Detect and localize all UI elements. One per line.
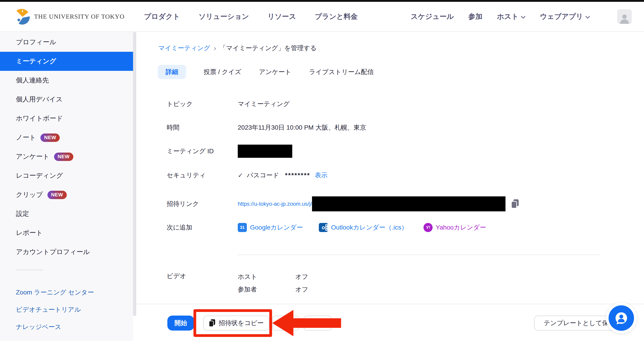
sidebar-item-clips[interactable]: クリップNEW [0, 185, 133, 204]
chevron-down-icon [586, 16, 590, 18]
sidebar-item-account-profile[interactable]: アカウントプロフィール [0, 242, 133, 262]
security-label: セキュリティ [167, 171, 238, 180]
sidebar-item-whiteboard[interactable]: ホワイトボード [0, 109, 133, 128]
video-label: ビデオ [167, 272, 238, 280]
tab-polls-quizzes[interactable]: 投票 / クイズ [204, 68, 241, 76]
support-chat-button[interactable] [608, 305, 634, 331]
invite-link-label: 招待リンク [167, 200, 238, 208]
video-host-value: オフ [295, 272, 308, 281]
sidebar-link-learning-center[interactable]: Zoom ラーニング センター [0, 284, 133, 301]
support-fab-ring [606, 303, 637, 334]
video-host-label: ホスト [238, 272, 295, 281]
video-row-participant: 参加者 オフ [238, 285, 308, 294]
field-row-add-to: 次に追加 31 Googleカレンダー o Outlookカレンダー（.ics）… [167, 223, 486, 232]
nav-link-solutions[interactable]: ソリューション [199, 12, 249, 21]
nav-link-webapp[interactable]: ウェブアプリ [540, 12, 590, 21]
copy-icon [209, 319, 216, 327]
window-top-strip [0, 0, 644, 2]
add-to-label: 次に追加 [167, 223, 238, 232]
passcode-label: パスコード [246, 171, 279, 180]
meeting-id-label: ミーティング ID [167, 147, 238, 156]
outlook-calendar-label: Outlookカレンダー（.ics） [331, 223, 408, 232]
new-badge: NEW [40, 134, 60, 142]
nav-right: スケジュール 参加 ホスト ウェブアプリ [411, 9, 632, 24]
field-row-invite-link: 招待リンク https://u-tokyo-ac-jp.zoom.us/j/ [167, 196, 519, 211]
tab-details[interactable]: 詳細 [158, 65, 186, 79]
google-calendar-label: Googleカレンダー [250, 223, 303, 232]
video-row-host: ホスト オフ [238, 272, 308, 282]
time-label: 時間 [167, 123, 238, 132]
topic-value: マイミーティング [238, 100, 290, 108]
sidebar-item-surveys[interactable]: アンケートNEW [0, 147, 133, 166]
sidebar-scrollbar[interactable] [133, 32, 136, 316]
tab-survey[interactable]: アンケート [259, 68, 291, 76]
nav-link-resources[interactable]: リソース [268, 12, 296, 21]
tabs: 詳細 投票 / クイズ アンケート ライブストリーム配信 [158, 65, 374, 79]
invite-url-redaction [312, 196, 506, 211]
invite-url-link[interactable]: https://u-tokyo-ac-jp.zoom.us/j/ [238, 201, 312, 207]
tab-live-streaming[interactable]: ライブストリーム配信 [309, 68, 374, 76]
nav-link-schedule[interactable]: スケジュール [411, 12, 454, 21]
video-participant-value: オフ [295, 285, 308, 294]
main-content: マイミーティング › 「マイミーティング」を管理する 詳細 投票 / クイズ ア… [136, 32, 644, 341]
sidebar-item-reports[interactable]: レポート [0, 224, 133, 242]
top-navbar: THE UNIVERSITY OF TOKYO プロダクト ソリューション リソ… [0, 2, 644, 32]
start-button[interactable]: 開始 [167, 316, 194, 330]
yahoo-calendar-label: Yahooカレンダー [436, 223, 486, 232]
field-row-topic: トピック マイミーティング [167, 99, 290, 109]
breadcrumb: マイミーティング › 「マイミーティング」を管理する [158, 44, 316, 52]
copy-invitation-button[interactable]: 招待状をコピー [203, 316, 269, 330]
sidebar-list: プロフィール ミーティング 個人連絡先 個人用デバイス ホワイトボード ノートN… [0, 32, 133, 262]
topic-label: トピック [167, 100, 238, 108]
google-calendar-icon: 31 [238, 223, 247, 232]
outlook-calendar-icon: o [319, 223, 328, 232]
sidebar: プロフィール ミーティング 個人連絡先 個人用デバイス ホワイトボード ノートN… [0, 32, 133, 341]
section-divider [237, 254, 600, 255]
nav-link-plans[interactable]: プランと料金 [315, 12, 358, 21]
sidebar-item-contacts[interactable]: 個人連絡先 [0, 71, 133, 90]
sidebar-footer: Zoom ラーニング センター ビデオチュートリアル ナレッジベース [0, 284, 133, 336]
sidebar-item-recordings[interactable]: レコーディング [0, 166, 133, 185]
new-badge: NEW [54, 152, 73, 161]
delete-button[interactable]: 削除 [304, 316, 332, 330]
sidebar-item-meetings[interactable]: ミーティング [0, 52, 133, 71]
edit-button[interactable]: 編集 [272, 316, 299, 330]
sidebar-link-video-tutorials[interactable]: ビデオチュートリアル [0, 301, 133, 318]
check-icon: ✓ [238, 172, 243, 179]
show-passcode-link[interactable]: 表示 [315, 171, 328, 180]
meeting-id-redaction [238, 144, 292, 158]
sidebar-item-profile[interactable]: プロフィール [0, 33, 133, 52]
google-calendar-link[interactable]: 31 Googleカレンダー [238, 223, 303, 232]
nav-link-host[interactable]: ホスト [497, 12, 525, 21]
video-participant-label: 参加者 [238, 285, 295, 294]
footer-divider [136, 304, 644, 304]
sidebar-item-notes[interactable]: ノートNEW [0, 128, 133, 147]
copy-icon[interactable] [511, 199, 519, 209]
field-row-time: 時間 2023年11月30日 10:00 PM 大阪、札幌、東京 [167, 123, 366, 132]
nav-link-join[interactable]: 参加 [468, 12, 482, 21]
field-row-security: セキュリティ ✓ パスコード ******** 表示 [167, 170, 328, 180]
yahoo-calendar-link[interactable]: Y! Yahooカレンダー [424, 223, 486, 232]
passcode-mask: ******** [285, 172, 310, 179]
person-bubble-icon [614, 311, 628, 325]
field-row-meeting-id: ミーティング ID [167, 144, 292, 158]
sidebar-link-knowledge-base[interactable]: ナレッジベース [0, 318, 133, 336]
nav-link-products[interactable]: プロダクト [144, 12, 180, 21]
chevron-down-icon [521, 16, 526, 18]
person-icon [618, 13, 630, 24]
breadcrumb-separator: › [214, 44, 216, 52]
utokyo-logo[interactable]: THE UNIVERSITY OF TOKYO [14, 8, 124, 25]
nav-links: プロダクト ソリューション リソース プランと料金 [144, 12, 358, 21]
breadcrumb-link-my-meetings[interactable]: マイミーティング [158, 44, 210, 52]
copy-invitation-label: 招待状をコピー [219, 319, 264, 328]
new-badge: NEW [48, 191, 67, 199]
sidebar-item-devices[interactable]: 個人用デバイス [0, 90, 133, 109]
calendar-links: 31 Googleカレンダー o Outlookカレンダー（.ics） Y! Y… [238, 223, 486, 232]
sidebar-divider [16, 270, 43, 270]
outlook-calendar-link[interactable]: o Outlookカレンダー（.ics） [319, 223, 408, 232]
logo-text: THE UNIVERSITY OF TOKYO [34, 13, 124, 20]
field-row-video: ビデオ [167, 271, 238, 281]
breadcrumb-current: 「マイミーティング」を管理する [220, 44, 317, 52]
user-avatar[interactable] [617, 9, 632, 24]
sidebar-item-settings[interactable]: 設定 [0, 204, 133, 224]
